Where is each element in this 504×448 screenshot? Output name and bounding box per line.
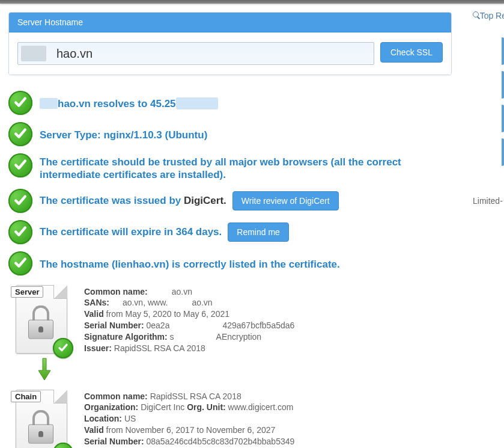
check-text-servertype: Server Type: nginx/1.10.3 (Ubuntu) — [40, 126, 207, 141]
check-row-hostname: The hostname (lienhao.vn) is correctly l… — [8, 251, 452, 275]
check-icon — [8, 251, 32, 275]
sidebar: Top Re Limited- — [470, 11, 504, 444]
sans-value-a: ao.vn, www. — [123, 298, 168, 307]
panel-body: Check SSL — [9, 32, 451, 75]
valid-value: from May 5, 2020 to May 6, 2021 — [106, 309, 229, 319]
redaction-mask — [168, 298, 192, 307]
redaction-mask — [112, 298, 123, 307]
chain-cert-block: Chain Common name: RapidSSL RSA CA 2018 … — [8, 387, 452, 449]
panel-title: Server Hostname — [9, 13, 451, 32]
main-content: Server Hostname Check SSL hao.vn resolve… — [8, 12, 452, 448]
chain-cert-info: Common name: RapidSSL RSA CA 2018 Organi… — [84, 387, 452, 449]
check-row-resolve: hao.vn resolves to 45.25 — [8, 91, 452, 115]
cn-value: ao.vn — [172, 287, 192, 296]
server-cert-block: Server Common name: ao.vn SANs: ao.vn, w… — [8, 283, 452, 355]
valid-label: Valid — [84, 425, 104, 435]
search-icon — [473, 11, 477, 20]
sidebar-item[interactable] — [502, 105, 504, 132]
check-row-issued: The certificate was issued by DigiCert. … — [8, 189, 452, 213]
redaction-mask — [150, 287, 172, 296]
cn-value: RapidSSL RSA CA 2018 — [150, 391, 241, 401]
chain-arrow-icon — [36, 357, 452, 381]
redaction-mask — [40, 98, 58, 109]
serial-value: 08a5a246cd4b5c8c83d702b4bbab5349 — [146, 437, 294, 446]
check-row-trusted: The certificate should be trusted by all… — [8, 153, 452, 182]
cert-icon-col: Chain — [8, 387, 73, 449]
redaction-mask — [176, 97, 218, 109]
cn-label: Common name: — [84, 287, 148, 296]
issuer-name: DigiCert. — [184, 195, 226, 206]
top-reviews-link[interactable]: Top Re — [473, 11, 504, 20]
check-text-issued: The certificate was issued by DigiCert. — [40, 194, 226, 207]
sans-label: SANs: — [84, 298, 109, 307]
serial-a: 0ea2a — [146, 321, 169, 330]
sigalg-label: Signature Algorithm: — [84, 332, 168, 342]
check-icon — [8, 189, 32, 213]
checks-list: hao.vn resolves to 45.25 Server Type: ng… — [8, 91, 452, 275]
check-icon — [8, 91, 32, 115]
org-value: DigiCert Inc — [141, 402, 184, 412]
sidebar-item[interactable] — [502, 37, 504, 65]
valid-value: from November 6, 2017 to November 6, 202… — [106, 425, 276, 435]
certificate-server-icon: Server — [12, 283, 70, 355]
org-label: Organization: — [84, 402, 138, 412]
sigalg-value: AEncryption — [216, 332, 261, 342]
hostname-input[interactable] — [17, 42, 374, 65]
remind-me-button[interactable]: Remind me — [228, 222, 289, 242]
top-link-label: Top Re — [480, 11, 504, 20]
serial-b: 429a67bcfb5a5da6 — [222, 321, 294, 330]
check-badge-icon — [53, 338, 73, 358]
valid-label: Valid — [84, 309, 104, 319]
server-cert-info: Common name: ao.vn SANs: ao.vn, www.ao.v… — [84, 283, 452, 355]
check-ssl-button[interactable]: Check SSL — [380, 42, 443, 63]
serial-label: Serial Number: — [84, 321, 144, 330]
check-row-expire: The certificate will expire in 364 days.… — [8, 220, 452, 244]
check-text-hostname: The hostname (lienhao.vn) is correctly l… — [40, 256, 340, 271]
issued-prefix: The certificate was issued by — [40, 195, 184, 206]
host-input-wrap — [17, 42, 374, 65]
orgunit-label: Org. Unit: — [187, 402, 226, 412]
check-text: hao.vn resolves to 45.25 — [40, 95, 218, 110]
cert-icon-col: Server — [8, 283, 73, 355]
cert-tag: Chain — [11, 391, 41, 402]
loc-label: Location: — [84, 414, 122, 423]
orgunit-value: www.digicert.com — [228, 402, 294, 412]
serial-label: Serial Number: — [84, 437, 144, 446]
check-icon — [8, 220, 32, 244]
check-text-resolve: hao.vn resolves to 45.25 — [58, 98, 176, 109]
write-review-button[interactable]: Write review of DigiCert — [232, 191, 339, 210]
check-row-servertype: Server Type: nginx/1.10.3 (Ubuntu) — [8, 122, 452, 146]
cn-label: Common name: — [84, 391, 148, 401]
sans-value-b: ao.vn — [192, 298, 212, 307]
limited-text: Limited- — [473, 196, 503, 206]
sidebar-item[interactable] — [502, 71, 504, 99]
hostname-panel: Server Hostname Check SSL — [8, 12, 452, 75]
check-text-expire: The certificate will expire in 364 days. — [40, 226, 222, 238]
loc-value: US — [124, 414, 136, 423]
issuer-label: Issuer: — [84, 343, 112, 353]
certificate-chain-icon: Chain — [12, 387, 70, 449]
check-text-trusted: The certificate should be trusted by all… — [40, 153, 452, 182]
check-icon — [8, 122, 32, 146]
issuer-value: RapidSSL RSA CA 2018 — [114, 343, 205, 353]
check-icon — [8, 153, 32, 177]
redaction-mask — [174, 333, 216, 341]
redaction-mask — [169, 321, 222, 330]
cert-tag: Server — [11, 286, 43, 298]
sidebar-item[interactable] — [502, 138, 504, 166]
